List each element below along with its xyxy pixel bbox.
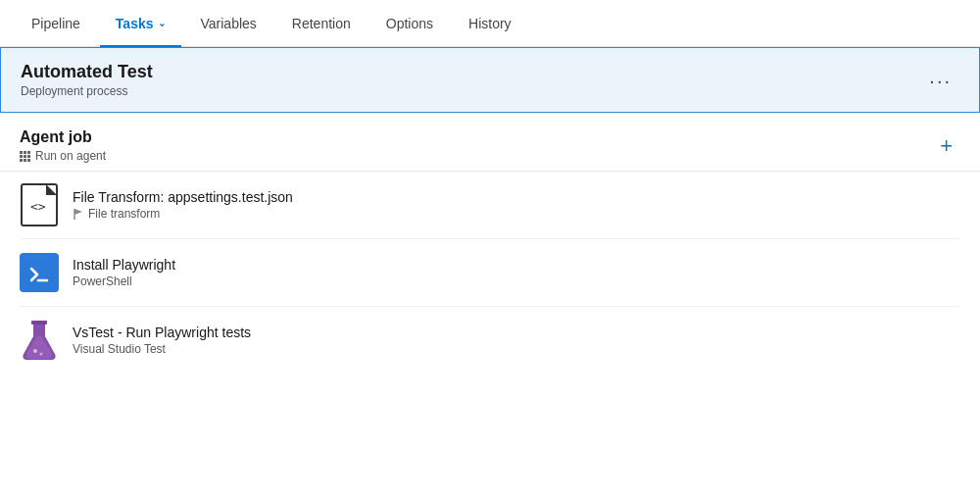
powershell-icon [20, 253, 59, 292]
vstest-icon [20, 321, 59, 360]
nav-tasks[interactable]: Tasks ⌄ [100, 0, 181, 47]
nav-pipeline[interactable]: Pipeline [16, 0, 96, 47]
task-name-install-playwright: Install Playwright [73, 257, 175, 273]
task-type-vstest: Visual Studio Test [73, 342, 251, 356]
flag-icon [73, 208, 84, 220]
task-name-file-transform: File Transform: appsettings.test.json [73, 189, 293, 205]
more-button[interactable]: ··· [921, 67, 959, 94]
agent-job-info: Agent job Run on agent [20, 128, 106, 163]
task-name-vstest: VsTest - Run Playwright tests [73, 325, 251, 340]
top-nav: Pipeline Tasks ⌄ Variables Retention Opt… [0, 0, 980, 47]
add-task-button[interactable]: + [932, 129, 960, 163]
task-item-vstest[interactable]: VsTest - Run Playwright tests Visual Stu… [20, 307, 960, 374]
task-info-install-playwright: Install Playwright PowerShell [73, 257, 175, 288]
svg-point-6 [33, 349, 37, 353]
task-info-file-transform: File Transform: appsettings.test.json Fi… [73, 189, 293, 221]
chevron-down-icon: ⌄ [158, 18, 166, 28]
svg-rect-5 [31, 321, 47, 325]
task-item-file-transform[interactable]: <> File Transform: appsettings.test.json… [20, 172, 960, 239]
agent-job-section: Agent job Run on agent + [0, 113, 980, 172]
nav-options[interactable]: Options [370, 0, 449, 47]
nav-history[interactable]: History [453, 0, 527, 47]
header-left: Automated Test Deployment process [21, 62, 153, 98]
header-title: Automated Test [21, 62, 153, 82]
agent-grid-icon [20, 151, 30, 162]
agent-job-subtitle: Run on agent [20, 149, 106, 163]
task-type-install-playwright: PowerShell [73, 275, 175, 288]
automated-test-header[interactable]: Automated Test Deployment process ··· [0, 47, 980, 113]
file-transform-icon: <> [20, 185, 59, 225]
svg-text:<>: <> [30, 199, 46, 214]
agent-job-title: Agent job [20, 128, 106, 146]
task-list: <> File Transform: appsettings.test.json… [0, 172, 980, 374]
task-type-file-transform: File transform [73, 207, 293, 221]
task-info-vstest: VsTest - Run Playwright tests Visual Stu… [73, 325, 251, 356]
task-item-install-playwright[interactable]: Install Playwright PowerShell [20, 239, 960, 307]
header-subtitle: Deployment process [21, 84, 153, 98]
nav-variables[interactable]: Variables [185, 0, 272, 47]
svg-point-7 [40, 353, 43, 356]
nav-retention[interactable]: Retention [276, 0, 367, 47]
